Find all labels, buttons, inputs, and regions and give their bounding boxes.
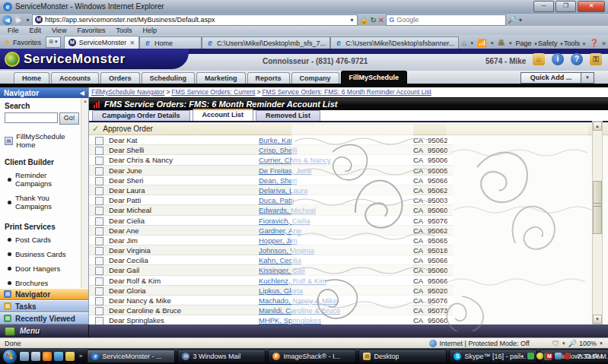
favorites-star-icon[interactable]: ★ bbox=[4, 37, 11, 47]
back-button[interactable]: ◀ bbox=[2, 15, 12, 25]
image-viewer-icon[interactable] bbox=[65, 352, 75, 361]
search-dropdown-icon[interactable]: ▼ bbox=[517, 17, 523, 23]
menu-help[interactable]: Help bbox=[138, 27, 161, 34]
sidebar-item-business-cards[interactable]: Business Cards bbox=[8, 250, 81, 258]
quick-add-dropdown-icon[interactable]: ▼ bbox=[581, 72, 594, 84]
row-checkbox[interactable] bbox=[95, 277, 103, 286]
tab-orders[interactable]: Orders bbox=[100, 72, 140, 84]
zoom-level[interactable]: 100% bbox=[579, 340, 597, 347]
account-name-link[interactable]: Machado, Nancy & Mike bbox=[259, 296, 337, 305]
close-tab-icon[interactable]: ✕ bbox=[129, 40, 135, 46]
sidebar-item-reminder-campaigns[interactable]: Reminder Campaigns bbox=[8, 171, 81, 188]
tab-account-list[interactable]: Account List bbox=[193, 109, 254, 121]
switch-windows-icon[interactable] bbox=[31, 352, 40, 361]
account-name-link[interactable]: Gardner, Ane bbox=[259, 226, 301, 235]
table-scrollbar[interactable]: ▲ ▼ bbox=[592, 121, 603, 324]
account-name-link[interactable]: Kissinger, Gail bbox=[259, 266, 305, 274]
quick-tabs-button[interactable]: ⊞ ▾ bbox=[46, 36, 61, 48]
account-name-link[interactable]: Johnson, Virginia bbox=[259, 246, 314, 255]
taskbar-clock[interactable]: 7:33 PM bbox=[577, 353, 603, 360]
tab-accounts[interactable]: Accounts bbox=[51, 72, 99, 84]
approve-order-bar[interactable]: ✓ Approve Order bbox=[89, 122, 608, 135]
browser-tab[interactable]: eC:\Users\Mikel\Desktop\sfsbanner... bbox=[330, 36, 459, 49]
tab-reports[interactable]: Reports bbox=[247, 72, 290, 84]
navigator-header[interactable]: Navigator ◀ bbox=[0, 87, 88, 98]
quick-add-button[interactable]: Quick Add ... bbox=[520, 72, 581, 84]
command-page[interactable]: Page ▼ bbox=[516, 40, 538, 47]
tray-messenger-icon[interactable] bbox=[536, 353, 543, 359]
row-checkbox[interactable] bbox=[95, 137, 103, 145]
account-name-link[interactable]: Hopper, Jim bbox=[259, 236, 298, 245]
close-button[interactable]: ✕ bbox=[578, 1, 605, 12]
taskbar-button[interactable]: ✉3 Windows Mail bbox=[177, 350, 266, 363]
account-name-link[interactable]: MHPK, Springlakes bbox=[259, 316, 321, 324]
row-checkbox[interactable] bbox=[95, 147, 103, 155]
tray-mcafee-icon[interactable]: M bbox=[546, 353, 552, 359]
scroll-up-icon[interactable]: ▲ bbox=[83, 99, 88, 103]
row-checkbox[interactable] bbox=[95, 197, 103, 205]
row-checkbox[interactable] bbox=[95, 257, 103, 265]
show-desktop-icon[interactable] bbox=[20, 352, 29, 361]
row-checkbox[interactable] bbox=[95, 237, 103, 245]
scrollbar-down-icon[interactable]: ▼ bbox=[593, 315, 602, 324]
feeds-icon[interactable]: 📶 bbox=[477, 39, 486, 47]
command-safety[interactable]: Safety ▼ bbox=[538, 40, 564, 47]
tab-fillmyschedule[interactable]: FillMySchedule bbox=[341, 71, 408, 84]
sidebar-item-door-hangers[interactable]: Door Hangers bbox=[8, 264, 81, 273]
account-name-link[interactable]: Fioravich, Cielia bbox=[259, 217, 310, 225]
account-name-link[interactable]: Duca, Patti bbox=[259, 196, 294, 204]
panel-tasks[interactable]: ▤Tasks bbox=[0, 300, 88, 312]
address-dropdown-icon[interactable]: ▼ bbox=[349, 17, 355, 23]
tab-scheduling[interactable]: Scheduling bbox=[142, 72, 196, 84]
app-help-icon[interactable]: ? bbox=[571, 53, 583, 65]
account-name-link[interactable]: Delariva, Laura bbox=[259, 186, 307, 195]
row-checkbox[interactable] bbox=[95, 187, 103, 195]
firefox-quicklaunch-icon[interactable] bbox=[43, 352, 52, 361]
browser-tab[interactable]: eHome bbox=[139, 36, 202, 49]
tab-company[interactable]: Company bbox=[291, 72, 339, 84]
tab-home[interactable]: Home bbox=[14, 72, 49, 84]
command-tools[interactable]: Tools ▼ bbox=[564, 40, 586, 47]
favorites-label[interactable]: Favorites bbox=[13, 39, 41, 46]
menu-tools[interactable]: Tools bbox=[111, 27, 136, 34]
home-icon[interactable]: ⌂ bbox=[462, 39, 466, 47]
overflow-chevron-icon[interactable]: » bbox=[602, 40, 606, 47]
row-checkbox[interactable] bbox=[95, 177, 103, 185]
menu-edit[interactable]: Edit bbox=[25, 27, 46, 34]
refresh-icon[interactable]: ↻ bbox=[370, 16, 376, 24]
taskbar-button[interactable]: ▤Desktop bbox=[358, 350, 447, 363]
row-checkbox[interactable] bbox=[95, 307, 103, 315]
phishing-filter-icon[interactable]: 🛡 bbox=[552, 340, 559, 347]
taskbar-button[interactable]: FImageShack® - I... bbox=[268, 350, 356, 363]
minimize-button[interactable]: ─ bbox=[533, 1, 554, 12]
row-checkbox[interactable] bbox=[95, 217, 103, 226]
account-name-link[interactable]: Burke, Kat bbox=[259, 136, 292, 144]
start-button[interactable] bbox=[2, 349, 18, 364]
row-checkbox[interactable] bbox=[95, 227, 103, 236]
fms-home-link[interactable]: FillMySchedule Home bbox=[16, 132, 81, 149]
taskbar-button[interactable]: eServiceMonster - ... bbox=[87, 350, 175, 363]
breadcrumb-link[interactable]: FMS Service Orders: Current bbox=[171, 88, 255, 96]
history-dropdown-icon[interactable]: ▼ bbox=[25, 17, 30, 23]
sidebar-scrollbar[interactable]: ▲ ▼ bbox=[81, 98, 88, 293]
account-name-link[interactable]: Kahn, Cecilia bbox=[259, 256, 301, 264]
scrollbar-thumb[interactable] bbox=[593, 181, 602, 234]
breadcrumb-link[interactable]: FMS Service Orders: FMS: 6 Month Reminde… bbox=[262, 88, 431, 96]
menu-file[interactable]: File bbox=[3, 27, 24, 34]
row-checkbox[interactable] bbox=[95, 157, 103, 165]
tab-campaign-order-details[interactable]: Campaign Order Details bbox=[92, 110, 190, 121]
search-magnifier-icon[interactable]: 🔎 bbox=[508, 16, 516, 24]
row-checkbox[interactable] bbox=[95, 247, 103, 255]
account-name-link[interactable]: Lipkus, Gloria bbox=[259, 286, 303, 295]
account-name-link[interactable]: Crisp, Shelli bbox=[259, 146, 298, 154]
row-checkbox[interactable] bbox=[95, 297, 103, 305]
forward-button[interactable]: ▶ bbox=[14, 15, 24, 25]
row-checkbox[interactable] bbox=[95, 207, 103, 215]
tray-green-icon[interactable] bbox=[527, 353, 534, 359]
sidebar-search-input[interactable] bbox=[5, 112, 58, 123]
quicklaunch-overflow-icon[interactable]: » bbox=[79, 353, 82, 359]
tray-network-icon[interactable] bbox=[555, 353, 562, 359]
row-checkbox[interactable] bbox=[95, 167, 103, 176]
menu-button[interactable]: Menu bbox=[0, 324, 89, 337]
help-icon[interactable]: ❓ bbox=[590, 39, 599, 47]
